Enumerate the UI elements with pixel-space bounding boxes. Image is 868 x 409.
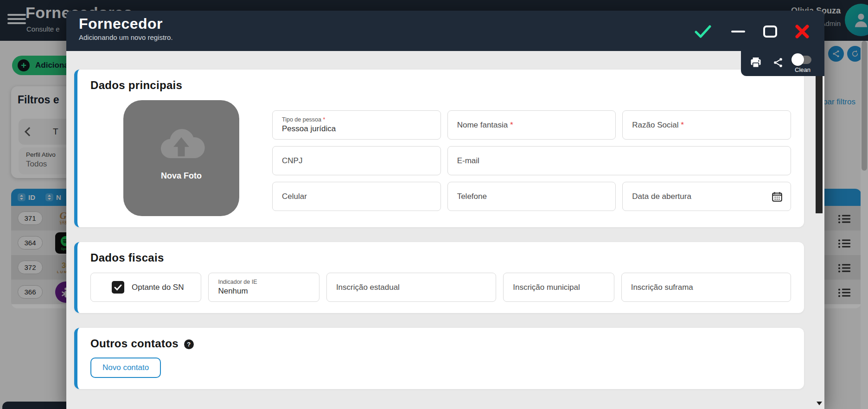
share-record-button[interactable] xyxy=(772,57,784,70)
section-dados-principais: Dados principais Nova Foto Tipo de pesso… xyxy=(74,70,804,227)
optante-sn-label: Optante do SN xyxy=(132,283,184,292)
inscricao-estadual-input[interactable]: Inscrição estadual xyxy=(326,273,496,302)
close-icon xyxy=(794,24,810,39)
fornecedor-modal: Fornecedor Adicionando um novo registro. xyxy=(66,11,824,409)
modal-header: Fornecedor Adicionando um novo registro. xyxy=(66,11,824,51)
share-icon xyxy=(772,57,784,68)
optante-sn-field[interactable]: Optante do SN xyxy=(90,273,201,302)
section-heading: Outros contatos xyxy=(90,337,179,350)
print-button[interactable] xyxy=(749,56,762,71)
maximize-button[interactable] xyxy=(761,24,779,39)
cloud-upload-icon xyxy=(153,123,209,165)
minimize-icon xyxy=(731,31,745,32)
section-heading: Dados fiscais xyxy=(90,251,791,264)
email-input[interactable]: E-mail xyxy=(447,146,791,175)
modal-subtitle: Adicionando um novo registro. xyxy=(79,33,824,41)
nome-fantasia-input[interactable]: Nome fantasia * xyxy=(447,110,616,140)
calendar-icon[interactable] xyxy=(771,191,783,203)
confirm-button[interactable] xyxy=(694,24,712,39)
maximize-icon xyxy=(763,26,777,38)
inscricao-suframa-input[interactable]: Inscrição suframa xyxy=(621,273,791,302)
scroll-down-arrow-icon[interactable] xyxy=(817,402,822,405)
telefone-input[interactable]: Telefone xyxy=(447,182,616,211)
close-button[interactable] xyxy=(793,24,811,39)
print-icon xyxy=(749,56,762,69)
cnpj-input[interactable]: CNPJ xyxy=(272,146,441,175)
section-heading: Dados principais xyxy=(90,79,791,92)
celular-input[interactable]: Celular xyxy=(272,182,441,211)
photo-upload-dropzone[interactable]: Nova Foto xyxy=(123,100,239,216)
tipo-de-pessoa-select[interactable]: Tipo de pessoa * Pessoa jurídica xyxy=(272,110,441,140)
clean-toggle[interactable] xyxy=(794,56,811,64)
minimize-button[interactable] xyxy=(729,24,747,39)
modal-scrollbar[interactable] xyxy=(815,51,823,409)
check-icon xyxy=(694,25,712,38)
clean-toggle-label: Clean xyxy=(795,66,811,73)
indicador-ie-value: Nenhum xyxy=(218,287,297,296)
toggle-knob[interactable] xyxy=(791,53,804,66)
section-outros-contatos: Outros contatos ? Novo contato xyxy=(74,328,804,389)
checkbox-checked-icon[interactable] xyxy=(112,281,124,294)
section-dados-fiscais: Dados fiscais Optante do SN Indicador de… xyxy=(74,242,804,313)
razao-social-input[interactable]: Razão Social * xyxy=(622,110,791,140)
clean-toggle-wrap: Clean xyxy=(794,56,811,73)
tipo-de-pessoa-value: Pessoa jurídica xyxy=(282,124,419,134)
novo-contato-button[interactable]: Novo contato xyxy=(90,358,161,378)
data-abertura-input[interactable]: Data de abertura xyxy=(622,182,791,211)
modal-toolbar: Clean xyxy=(741,51,824,76)
indicador-ie-select[interactable]: Indicador de IE Nenhum xyxy=(208,273,319,302)
photo-upload-label: Nova Foto xyxy=(123,171,239,181)
help-icon[interactable]: ? xyxy=(184,339,194,349)
modal-title: Fornecedor xyxy=(79,15,824,32)
inscricao-municipal-input[interactable]: Inscrição municipal xyxy=(503,273,614,302)
modal-content: Clean Dados principais Nova Foto xyxy=(66,51,824,409)
